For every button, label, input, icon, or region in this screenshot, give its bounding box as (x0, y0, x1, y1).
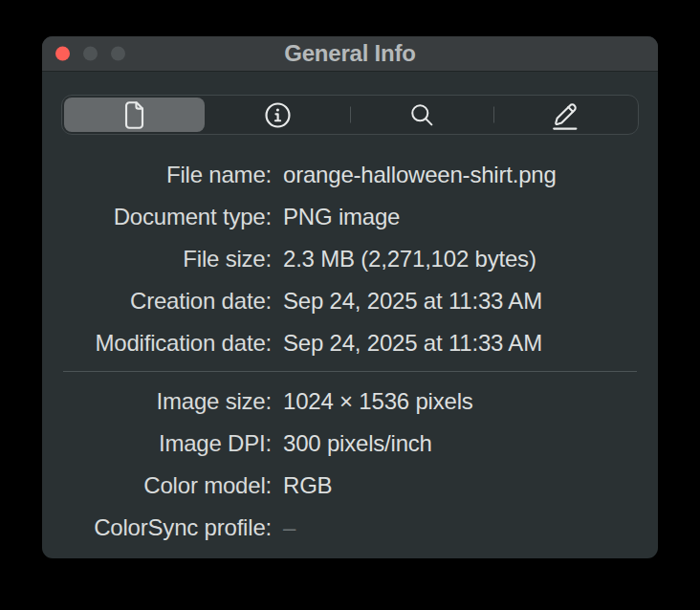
row-value: PNG image (283, 204, 639, 230)
row-value: – (283, 514, 639, 541)
window-controls (55, 47, 125, 61)
tab-annotations[interactable] (494, 96, 639, 134)
document-type-row: Document type: PNG image (61, 196, 639, 238)
row-label: Image DPI: (61, 430, 272, 457)
row-value: 1024 × 1536 pixels (283, 388, 639, 415)
minimize-button-disabled (83, 47, 98, 61)
image-info-section: Image size: 1024 × 1536 pixels Image DPI… (61, 381, 639, 549)
image-size-row: Image size: 1024 × 1536 pixels (61, 381, 639, 423)
creation-date-row: Creation date: Sep 24, 2025 at 11:33 AM (61, 280, 639, 322)
document-icon (121, 100, 147, 130)
row-label: ColorSync profile: (61, 514, 272, 541)
close-button[interactable] (55, 47, 70, 61)
inspector-content: File name: orange-halloween-shirt.png Do… (42, 72, 658, 549)
color-model-row: Color model: RGB (61, 465, 639, 507)
row-value: 2.3 MB (2,271,102 bytes) (283, 246, 639, 272)
inspector-tab-bar (61, 95, 639, 135)
file-info-section: File name: orange-halloween-shirt.png Do… (61, 154, 639, 364)
general-info-window: General Info (42, 36, 658, 558)
zoom-button-disabled (111, 47, 125, 61)
row-label: Document type: (61, 204, 272, 230)
row-label: Color model: (61, 472, 272, 499)
row-value: orange-halloween-shirt.png (283, 162, 639, 188)
pencil-icon (548, 98, 583, 132)
row-label: Image size: (61, 388, 272, 415)
row-label: Creation date: (61, 288, 272, 315)
row-value: Sep 24, 2025 at 11:33 AM (283, 288, 639, 315)
image-dpi-row: Image DPI: 300 pixels/inch (61, 423, 639, 465)
tab-more-info[interactable] (207, 96, 351, 134)
row-value: RGB (283, 472, 639, 499)
row-label: File size: (61, 246, 272, 272)
info-icon (263, 100, 293, 130)
file-name-row: File name: orange-halloween-shirt.png (61, 154, 639, 196)
tab-general-info[interactable] (62, 96, 207, 134)
row-value: 300 pixels/inch (283, 430, 639, 457)
row-label: File name: (61, 162, 272, 188)
modification-date-row: Modification date: Sep 24, 2025 at 11:33… (61, 322, 639, 364)
colorsync-profile-row: ColorSync profile: – (61, 507, 639, 549)
row-value: Sep 24, 2025 at 11:33 AM (283, 330, 639, 357)
file-size-row: File size: 2.3 MB (2,271,102 bytes) (61, 238, 639, 280)
titlebar[interactable]: General Info (42, 36, 658, 72)
row-label: Modification date: (61, 330, 272, 357)
search-icon (408, 101, 436, 129)
section-divider (63, 371, 637, 372)
window-title: General Info (284, 40, 416, 67)
tab-keywords-search[interactable] (350, 96, 494, 134)
